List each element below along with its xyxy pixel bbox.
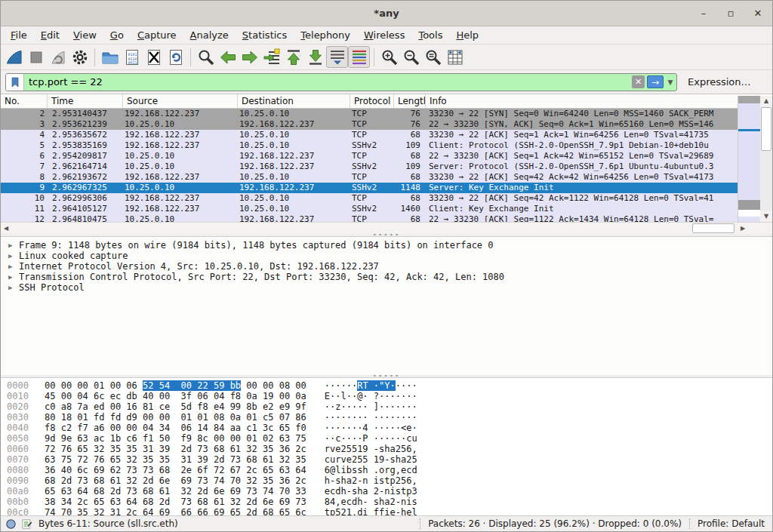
menu-statistics[interactable]: Statistics <box>236 27 294 43</box>
column-header-no[interactable]: No. <box>1 94 48 108</box>
reload-file-button[interactable] <box>165 46 186 68</box>
zoom-original-button[interactable] <box>422 46 444 68</box>
expert-info-icon[interactable] <box>5 518 17 530</box>
packet-list-horizontal-scrollbar[interactable]: ◀ ▶ <box>1 222 748 234</box>
resize-columns-button[interactable] <box>444 46 466 68</box>
packet-row-5[interactable]: 52.953835169192.168.122.23710.25.0.10SSH… <box>1 140 739 151</box>
column-header-destination[interactable]: Destination <box>238 94 350 108</box>
scroll-down-arrow-icon[interactable]: ▼ <box>760 211 772 222</box>
scroll-up-arrow-icon[interactable]: ▲ <box>760 96 772 106</box>
capture-comment-icon[interactable] <box>21 518 32 530</box>
start-capture-button[interactable] <box>3 46 25 68</box>
packet-row-4[interactable]: 42.953635672192.168.122.23710.25.0.10TCP… <box>1 130 739 140</box>
go-first-button[interactable] <box>282 46 304 68</box>
menu-wireless[interactable]: Wireless <box>357 27 411 43</box>
close-file-button[interactable] <box>143 46 165 68</box>
menu-capture[interactable]: Capture <box>131 27 183 43</box>
expander-triangle-icon[interactable]: ▶ <box>8 261 12 272</box>
detail-tree-row[interactable]: ▶Linux cooked capture <box>1 251 772 261</box>
hex-row-00b0[interactable]: 00b038 34 2c 65 63 64 68 2d 73 68 61 32 … <box>7 497 772 507</box>
packet-row-8[interactable]: 82.962193672192.168.122.23710.25.0.10TCP… <box>1 172 739 183</box>
packet-list-vertical-scrollbar[interactable]: ▲ ▼ <box>760 96 772 222</box>
column-header-info[interactable]: Info <box>426 94 739 108</box>
menu-file[interactable]: File <box>4 27 34 43</box>
display-filter-input[interactable]: tcp.port == 22 <box>24 76 632 88</box>
column-header-time[interactable]: Time <box>48 94 123 108</box>
menu-help[interactable]: Help <box>449 27 485 43</box>
zoom-in-button[interactable] <box>378 46 400 68</box>
hex-row-0020[interactable]: 0020c0 a8 7a ed 00 16 81 ce 5d f8 e4 99 … <box>7 401 772 412</box>
display-filter-field[interactable]: tcp.port == 22 ✕ → ▼ <box>5 73 677 91</box>
expression-button[interactable]: Expression… <box>688 76 751 88</box>
hex-row-0010[interactable]: 001045 00 04 6c ec db 40 00 3f 06 04 f8 … <box>7 391 772 401</box>
horizontal-scroll-thumb[interactable] <box>692 223 735 233</box>
hex-row-0070[interactable]: 007063 75 72 76 65 32 35 35 31 39 2d 73 … <box>7 454 772 465</box>
folder-icon <box>101 48 119 66</box>
menu-go[interactable]: Go <box>103 27 131 43</box>
packet-row-11[interactable]: 112.964105127192.168.122.23710.25.0.10SS… <box>1 204 739 214</box>
detail-tree-row[interactable]: ▶SSH Protocol <box>1 282 772 293</box>
expander-triangle-icon[interactable]: ▶ <box>8 282 12 293</box>
packet-row-12[interactable]: 122.96481047510.25.0.10192.168.122.237TC… <box>1 214 739 222</box>
vertical-scroll-thumb[interactable] <box>761 107 771 151</box>
filter-clear-button[interactable]: ✕ <box>632 75 645 88</box>
titlebar[interactable]: *any – ▫ ✕ <box>1 1 772 26</box>
packet-row-10[interactable]: 102.962996306192.168.122.23710.25.0.10TC… <box>1 193 739 204</box>
capture-options-button[interactable] <box>69 46 91 68</box>
magnifier-minus-icon <box>402 48 420 66</box>
packet-row-2[interactable]: 22.953140437192.168.122.23710.25.0.10TCP… <box>1 109 739 119</box>
go-last-button[interactable] <box>304 46 326 68</box>
document-reload-icon <box>167 48 185 66</box>
go-back-button[interactable] <box>217 46 239 68</box>
menu-tools[interactable]: Tools <box>411 27 449 43</box>
menu-analyze[interactable]: Analyze <box>183 27 236 43</box>
status-profile[interactable]: Profile: Default <box>698 518 772 529</box>
expander-triangle-icon[interactable]: ▶ <box>8 272 12 282</box>
cell-info: 33230 → 22 [ACK] Seq=42 Ack=1122 Win=641… <box>426 193 739 204</box>
hex-row-00a0[interactable]: 00a065 63 64 68 2d 73 68 61 32 2d 6e 69 … <box>7 486 772 497</box>
expander-triangle-icon[interactable]: ▶ <box>8 251 12 261</box>
column-header-source[interactable]: Source <box>123 94 238 108</box>
menu-telephony[interactable]: Telephony <box>294 27 357 43</box>
hex-row-0050[interactable]: 00509d 9e 63 ac 1b c6 f1 50 f9 8c 00 00 … <box>7 433 772 444</box>
arrow-down-green-icon <box>306 48 325 66</box>
colorize-button[interactable] <box>348 46 370 68</box>
cell-no: 8 <box>1 172 48 183</box>
scroll-left-arrow-icon[interactable]: ◀ <box>1 223 11 234</box>
column-header-length[interactable]: Length <box>394 94 426 108</box>
hex-row-0090[interactable]: 009068 2d 73 68 61 32 2d 6e 69 73 74 70 … <box>7 475 772 486</box>
auto-scroll-button[interactable] <box>326 46 348 68</box>
maximize-button[interactable]: ▫ <box>722 5 739 22</box>
hex-row-0040[interactable]: 0040f8 c2 f7 a6 00 00 04 34 06 14 84 aa … <box>7 423 772 433</box>
filter-bookmark-button[interactable] <box>6 74 24 91</box>
filter-history-dropdown-icon[interactable]: ▼ <box>666 78 675 86</box>
packet-list-minimap[interactable] <box>738 96 760 222</box>
hex-row-0080[interactable]: 008036 40 6c 69 62 73 73 68 2e 6f 72 67 … <box>7 465 772 475</box>
packet-row-9[interactable]: 92.96296732510.25.0.10192.168.122.237SSH… <box>1 183 739 193</box>
close-button[interactable]: ✕ <box>750 5 766 22</box>
restart-capture-button[interactable] <box>47 46 69 68</box>
open-file-button[interactable] <box>99 46 121 68</box>
column-header-protocol[interactable]: Protocol <box>350 94 394 108</box>
packet-row-6[interactable]: 62.95420981710.25.0.10192.168.122.237TCP… <box>1 151 739 161</box>
minimize-button[interactable]: – <box>695 5 712 22</box>
packet-row-3[interactable]: 32.95362123910.25.0.10192.168.122.237TCP… <box>1 119 739 130</box>
go-forward-button[interactable] <box>239 46 260 68</box>
detail-tree-row[interactable]: ▶Transmission Control Protocol, Src Port… <box>1 272 772 282</box>
find-packet-button[interactable] <box>195 46 217 68</box>
packet-row-7[interactable]: 72.96216471410.25.0.10192.168.122.237SSH… <box>1 161 739 172</box>
filter-apply-button[interactable]: → <box>647 75 664 88</box>
hex-row-0060[interactable]: 006072 76 65 32 35 35 31 39 2d 73 68 61 … <box>7 444 772 454</box>
menu-edit[interactable]: Edit <box>34 27 66 43</box>
add-filter-button[interactable]: + <box>769 75 773 89</box>
stop-capture-button[interactable] <box>25 46 47 68</box>
zoom-out-button[interactable] <box>400 46 422 68</box>
menu-view[interactable]: View <box>66 27 103 43</box>
expander-triangle-icon[interactable]: ▶ <box>8 240 12 251</box>
hex-row-0000[interactable]: 000000 00 00 01 00 06 52 54 00 22 59 bb … <box>7 380 772 391</box>
go-to-packet-button[interactable] <box>260 46 282 68</box>
hex-row-0030[interactable]: 003080 18 01 fd fd d9 00 00 01 01 08 0a … <box>7 412 772 423</box>
detail-tree-row[interactable]: ▶Frame 9: 1148 bytes on wire (9184 bits)… <box>1 240 772 251</box>
save-file-button[interactable]: 010101100011 <box>121 46 143 68</box>
detail-tree-row[interactable]: ▶Internet Protocol Version 4, Src: 10.25… <box>1 261 772 272</box>
